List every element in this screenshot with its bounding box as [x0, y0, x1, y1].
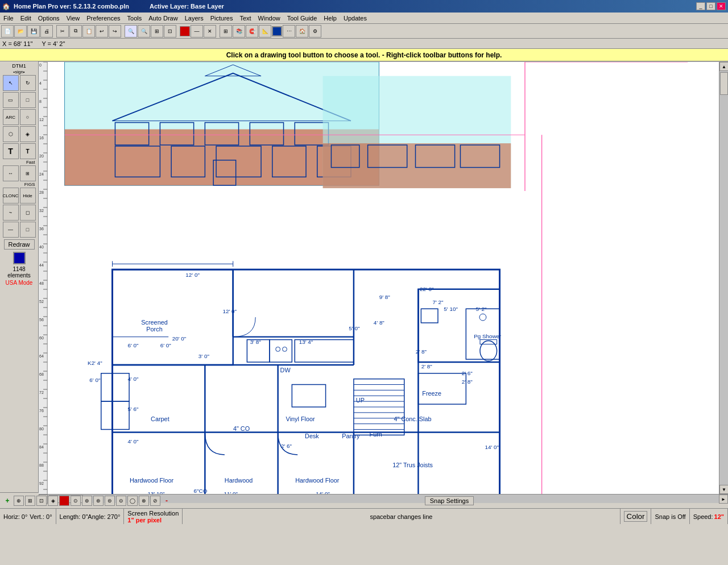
svg-point-207	[283, 347, 287, 351]
svg-text:2' 8": 2' 8"	[421, 363, 433, 369]
close-button[interactable]: ✕	[717, 2, 726, 10]
drawing-area: 0481216202428323640444852566064687276808…	[39, 62, 728, 494]
color-red-button[interactable]	[180, 26, 190, 36]
add-icon[interactable]: +	[2, 496, 13, 506]
scroll-down-button[interactable]: ▼	[719, 485, 728, 494]
snap-btn-1[interactable]: ⊕	[14, 496, 24, 506]
layer-button[interactable]: 📚	[233, 25, 245, 38]
menu-text[interactable]: Text	[236, 14, 254, 23]
copy-button[interactable]: ⧉	[69, 25, 82, 38]
polygon-tool[interactable]: ⬡	[3, 126, 19, 142]
menu-tool-guide[interactable]: Tool Guide	[284, 14, 321, 23]
svg-text:44: 44	[39, 263, 44, 267]
snap-btn-5[interactable]	[59, 496, 69, 506]
svg-text:9' 8": 9' 8"	[379, 294, 391, 300]
paste-button[interactable]: 📋	[82, 25, 95, 38]
wall-tool[interactable]: ▭	[3, 92, 19, 108]
remove-icon[interactable]: -	[162, 496, 172, 506]
minimize-button[interactable]: _	[696, 2, 705, 10]
menu-edit[interactable]: Edit	[17, 14, 35, 23]
grid-button[interactable]: ⊞	[220, 25, 232, 38]
rotate-tool[interactable]: ↻	[20, 75, 36, 91]
snap-btn-11[interactable]: ◯	[127, 496, 138, 506]
view3d-button[interactable]: 🏠	[296, 25, 308, 38]
svg-text:3' 0": 3' 0"	[198, 353, 210, 359]
snap-btn-12[interactable]: ⊗	[139, 496, 149, 506]
snap-btn-10[interactable]: ⊝	[116, 496, 126, 506]
more-button[interactable]: ⋯	[283, 25, 295, 38]
snap-button[interactable]: 🧲	[246, 25, 258, 38]
cut-button[interactable]: ✂	[56, 25, 69, 38]
hide-tool[interactable]: Hide	[20, 188, 36, 203]
svg-text:6"CO: 6"CO	[194, 488, 208, 494]
snap-btn-9[interactable]: ⊜	[105, 496, 115, 506]
fill-button[interactable]	[272, 26, 282, 36]
figs-tool[interactable]: ⊞	[20, 165, 36, 181]
menu-help[interactable]: Help	[320, 14, 340, 23]
snap-btn-2[interactable]: ⊞	[25, 496, 35, 506]
print-button[interactable]: 🖨	[40, 25, 53, 38]
snap-btn-7[interactable]: ⊚	[82, 496, 92, 506]
dims-tool[interactable]: ↔	[3, 165, 19, 181]
open-button[interactable]: 📂	[14, 25, 27, 38]
text-tool[interactable]: T	[3, 143, 19, 159]
svg-text:Hardwood: Hardwood	[225, 477, 253, 484]
snap-off-text: Snap is Off	[655, 513, 685, 520]
usa-mode[interactable]: USA Mode	[5, 279, 34, 286]
menu-file[interactable]: File	[0, 14, 17, 23]
settings-button[interactable]: ⚙	[309, 25, 321, 38]
clone-tool[interactable]: CLONC	[3, 188, 19, 203]
select-tool[interactable]: ↖	[3, 75, 19, 91]
menu-tools[interactable]: Tools	[124, 14, 146, 23]
fill-area-tool[interactable]: ◻	[20, 205, 36, 221]
snap-btn-4[interactable]: ◈	[48, 496, 58, 506]
svg-text:DW: DW	[280, 367, 291, 373]
color-swatch[interactable]	[13, 252, 26, 264]
circle-tool[interactable]: ○	[20, 109, 36, 125]
new-button[interactable]: 📄	[1, 25, 14, 38]
menu-updates[interactable]: Updates	[340, 14, 370, 23]
color-btn-section[interactable]: Color	[621, 509, 652, 524]
save-button[interactable]: 💾	[27, 25, 40, 38]
redraw-button[interactable]: Redraw	[4, 239, 35, 250]
snap-btn-8[interactable]: ⊛	[93, 496, 104, 506]
menu-options[interactable]: Options	[35, 14, 63, 23]
shapes-tool[interactable]: ◈	[20, 126, 36, 142]
snap-btn-6[interactable]: ⊙	[71, 496, 81, 506]
fast-text-tool[interactable]: T	[20, 143, 36, 159]
canvas-area[interactable]: Screened Porch Carpet Vinyl Floor 4" CO …	[48, 62, 719, 494]
curve-tool[interactable]: ~	[3, 205, 19, 221]
menu-window[interactable]: Window	[255, 14, 284, 23]
scroll-up-button[interactable]: ▲	[719, 62, 728, 71]
menu-view[interactable]: View	[63, 14, 84, 23]
maximize-button[interactable]: □	[706, 2, 715, 10]
arc-tool[interactable]: ARC	[3, 109, 19, 125]
measure-button[interactable]: 📐	[259, 25, 271, 38]
scroll-thumb-v[interactable]	[720, 72, 728, 95]
undo-button[interactable]: ↩	[96, 25, 108, 38]
right-scrollbar[interactable]: ▲ ▼	[719, 62, 728, 494]
snap-btn-3[interactable]: ⊡	[36, 496, 47, 506]
menu-auto-draw[interactable]: Auto Draw	[145, 14, 181, 23]
svg-rect-180	[418, 289, 499, 362]
svg-text:13' 10": 13' 10"	[147, 491, 165, 494]
redo-button[interactable]: ↪	[109, 25, 121, 38]
menu-pictures[interactable]: Pictures	[207, 14, 237, 23]
vert-text: Vert.: 0°	[30, 513, 52, 520]
svg-text:6' 0": 6' 0"	[89, 377, 101, 383]
snap-btn-13[interactable]: ⊘	[150, 496, 160, 506]
delete-button[interactable]: ✕	[204, 25, 216, 38]
zoom-out-button[interactable]: 🔍	[138, 25, 150, 38]
zoom-in-button[interactable]: 🔍	[125, 25, 137, 38]
zoom-all-button[interactable]: ⊞	[151, 25, 163, 38]
box-tool[interactable]: □	[20, 222, 36, 238]
color-button[interactable]: Color	[624, 511, 648, 522]
rect-tool[interactable]: □	[20, 92, 36, 108]
menu-layers[interactable]: Layers	[181, 14, 207, 23]
snap-settings-button[interactable]: Snap Settings	[425, 496, 474, 505]
line-tool[interactable]: —	[3, 222, 19, 238]
menu-preferences[interactable]: Preferences	[83, 14, 123, 23]
zoom-window-button[interactable]: ⊡	[164, 25, 176, 38]
line-style-button[interactable]: —	[191, 25, 203, 38]
svg-text:16: 16	[39, 136, 44, 140]
